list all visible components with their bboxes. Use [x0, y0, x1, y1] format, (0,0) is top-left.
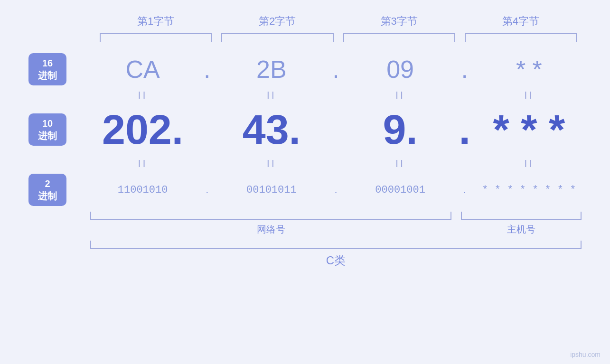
equals-1-1: II	[138, 89, 148, 101]
dec-val-3: 9.	[383, 106, 417, 153]
eq1-dot1	[195, 89, 219, 102]
hex-badge-num: 16	[42, 58, 53, 68]
bin-dot-icon-1: .	[206, 184, 208, 196]
bin-badge-num: 2	[45, 178, 50, 189]
hex-dot-1: .	[195, 55, 219, 84]
dec-badge-wrapper: 10 进制	[28, 113, 90, 146]
bin-cell-1: 11001010	[90, 184, 195, 196]
hex-cell-2: 2B	[219, 55, 324, 84]
bin-badge-wrapper: 2 进制	[28, 174, 90, 206]
hex-val-4: * *	[516, 56, 542, 83]
eq1-dot3	[453, 89, 477, 102]
equals-1-3: II	[395, 89, 405, 101]
eq1-4: II	[477, 89, 582, 102]
dec-row: 10 进制 202. 43. 9. . * * *	[28, 105, 582, 154]
hex-val-1: CA	[126, 56, 160, 83]
equals-1-4: II	[524, 89, 534, 101]
hex-badge: 16 进制	[28, 53, 66, 85]
hex-badge-wrapper: 16 进制	[28, 53, 90, 85]
dec-badge-num: 10	[42, 118, 53, 129]
host-bracket: 主机号	[459, 212, 582, 236]
hex-row: 16 进制 CA . 2B . 09 . * *	[28, 53, 582, 85]
bin-dot-1: .	[195, 184, 219, 196]
bin-val-4: * * * * * * * *	[482, 184, 576, 196]
eq2-1: II	[90, 158, 195, 170]
eq1-2: II	[219, 89, 324, 102]
bin-badge-sub: 进制	[38, 191, 57, 201]
host-bracket-line	[461, 212, 582, 220]
eq2-3: II	[348, 158, 453, 170]
dec-val-1: 202.	[102, 106, 183, 153]
byte-col-3: 第3字节	[338, 14, 460, 28]
bin-dot-icon-3: .	[463, 184, 466, 196]
equals-2-1: II	[138, 158, 148, 169]
bracket-spacer	[454, 212, 459, 236]
byte-headers: 第1字节 第2字节 第3字节 第4字节	[28, 14, 582, 28]
hex-dot-icon-2: .	[332, 56, 339, 83]
bin-val-2: 00101011	[246, 184, 297, 196]
watermark: ipshu.com	[570, 351, 601, 358]
byte-col-1: 第1字节	[95, 14, 216, 28]
equals-row-1: II II II II	[28, 89, 582, 102]
byte-label-1: 第1字节	[137, 15, 174, 27]
byte-label-4: 第4字节	[502, 15, 539, 27]
eq2-4: II	[477, 158, 582, 170]
eq2-dot1	[195, 158, 219, 170]
equals-2-2: II	[267, 158, 276, 169]
class-label: C类	[90, 253, 582, 268]
dec-cell-4: * * *	[477, 105, 582, 154]
hex-dot-2: .	[324, 55, 348, 84]
dec-dot-symbol: .	[459, 106, 470, 153]
bin-dot-icon-2: .	[334, 184, 337, 196]
hex-dot-icon-3: .	[461, 56, 468, 83]
equals-2-3: II	[395, 158, 405, 169]
bin-cells: 11001010 . 00101011 . 00001001 . * * * *…	[90, 184, 582, 196]
byte-col-4: 第4字节	[460, 14, 582, 28]
bin-badge: 2 进制	[28, 174, 66, 206]
network-bracket-line	[90, 212, 451, 220]
bracket-top-1	[100, 33, 212, 42]
hex-cells: CA . 2B . 09 . * *	[90, 55, 582, 84]
eq1-3: II	[348, 89, 453, 102]
eq2-dot3	[453, 158, 477, 170]
hex-cell-4: * *	[477, 55, 582, 84]
bin-dot-3: .	[453, 184, 477, 196]
bin-val-1: 11001010	[118, 184, 168, 196]
byte-col-2: 第2字节	[216, 14, 338, 28]
hex-cell-1: CA	[90, 55, 195, 84]
top-brackets	[28, 33, 582, 42]
dec-dot-icon: .	[453, 105, 477, 154]
dec-cells: 202. 43. 9. . * * *	[90, 105, 582, 154]
bracket-top-4	[465, 33, 577, 42]
equals-1-2: II	[267, 89, 276, 101]
bracket-top-2	[221, 33, 333, 42]
dec-cell-1: 202.	[90, 109, 195, 150]
host-label: 主机号	[461, 223, 582, 236]
hex-val-2: 2B	[256, 56, 287, 83]
byte-label-3: 第3字节	[381, 15, 418, 27]
dec-val-2: 43.	[243, 106, 300, 153]
eq2-2: II	[219, 158, 324, 170]
bin-row: 2 进制 11001010 . 00101011 . 00001001 .	[28, 174, 582, 206]
bin-cell-4: * * * * * * * *	[477, 184, 582, 196]
hex-val-3: 09	[386, 56, 414, 83]
dec-cell-2: 43.	[219, 109, 324, 150]
network-bracket: 网络号	[90, 212, 454, 236]
dec-badge: 10 进制	[28, 113, 66, 146]
network-label: 网络号	[90, 223, 451, 236]
equals-2-4: II	[524, 158, 534, 169]
bin-cell-3: 00001001	[348, 184, 453, 196]
bracket-top-3	[343, 33, 455, 42]
equals-row-2: II II II II	[28, 158, 582, 170]
class-bracket-line	[90, 241, 582, 249]
eq1-1: II	[90, 89, 195, 102]
dec-cell-3: 9.	[348, 109, 453, 150]
hex-badge-sub: 进制	[38, 70, 57, 81]
class-bracket-section: C类	[28, 241, 582, 268]
eq2-dot2	[324, 158, 348, 170]
bin-cell-2: 00101011	[219, 184, 324, 196]
dec-val-4: * * *	[493, 106, 565, 153]
bottom-bracket-row: 网络号 主机号	[28, 212, 582, 236]
byte-label-2: 第2字节	[259, 15, 296, 27]
hex-cell-3: 09	[348, 55, 453, 84]
